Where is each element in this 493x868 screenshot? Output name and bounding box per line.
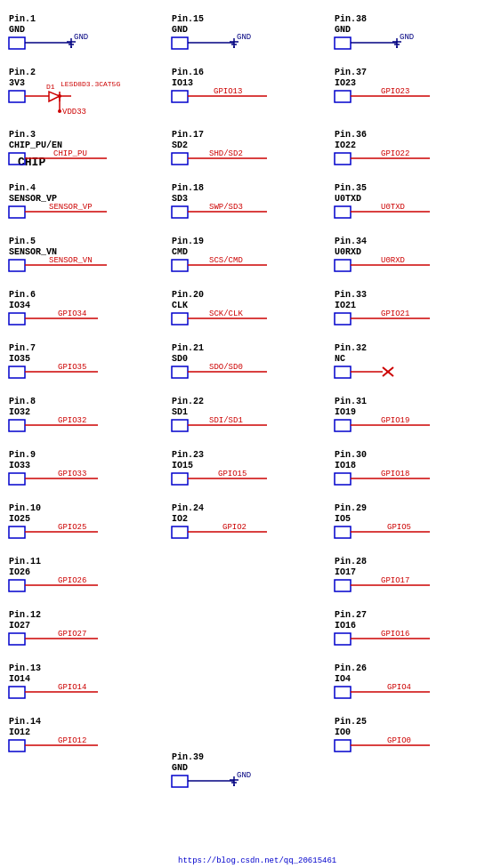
- svg-rect-98: [172, 206, 188, 218]
- svg-text:GPIO15: GPIO15: [218, 470, 246, 478]
- svg-rect-88: [172, 91, 188, 102]
- svg-text:GPIO26: GPIO26: [58, 576, 86, 585]
- svg-text:GPIO4: GPIO4: [387, 683, 411, 692]
- svg-text:IO23: IO23: [335, 78, 356, 88]
- svg-text:GPIO27: GPIO27: [58, 630, 86, 639]
- svg-text:GPIO5: GPIO5: [387, 523, 411, 532]
- svg-text:Pin.5: Pin.5: [9, 237, 36, 246]
- svg-text:GPIO23: GPIO23: [381, 87, 409, 96]
- svg-rect-142: [335, 37, 351, 49]
- svg-text:NC: NC: [335, 354, 345, 364]
- svg-rect-39: [9, 366, 25, 378]
- svg-text:Pin.25: Pin.25: [335, 717, 367, 727]
- svg-text:GPIO32: GPIO32: [58, 416, 86, 425]
- svg-text:Pin.17: Pin.17: [172, 130, 204, 140]
- svg-text:Pin.16: Pin.16: [172, 68, 204, 77]
- svg-rect-49: [9, 473, 25, 485]
- svg-text:Pin.10: Pin.10: [9, 503, 41, 513]
- svg-text:SWP/SD3: SWP/SD3: [209, 203, 243, 212]
- svg-text:U0TXD: U0TXD: [381, 203, 405, 212]
- svg-text:IO22: IO22: [335, 141, 356, 150]
- svg-text:U0TXD: U0TXD: [335, 194, 361, 204]
- svg-text:SDI/SD1: SDI/SD1: [209, 416, 243, 425]
- svg-text:GND: GND: [237, 771, 251, 780]
- svg-rect-192: [335, 526, 351, 538]
- svg-text:IO12: IO12: [9, 727, 30, 737]
- svg-text:Pin.24: Pin.24: [172, 503, 204, 513]
- svg-text:IO5: IO5: [335, 514, 351, 524]
- svg-text:GPIO34: GPIO34: [58, 309, 86, 318]
- svg-rect-202: [335, 633, 351, 645]
- svg-text:IO21: IO21: [335, 301, 356, 310]
- svg-rect-108: [172, 313, 188, 325]
- svg-text:GPIO22: GPIO22: [381, 149, 409, 158]
- svg-text:Pin.4: Pin.4: [9, 183, 36, 193]
- svg-text:CLK: CLK: [172, 301, 188, 310]
- svg-text:Pin.30: Pin.30: [335, 450, 367, 460]
- svg-text:IO2: IO2: [172, 514, 188, 524]
- svg-point-15: [58, 109, 61, 113]
- svg-text:SCK/CLK: SCK/CLK: [209, 309, 243, 318]
- svg-text:GPIO35: GPIO35: [58, 363, 86, 372]
- svg-text:GPIO25: GPIO25: [58, 523, 86, 532]
- svg-rect-123: [172, 473, 188, 485]
- svg-text:Pin.37: Pin.37: [335, 68, 367, 77]
- svg-text:SCS/CMD: SCS/CMD: [209, 256, 243, 265]
- svg-text:IO25: IO25: [9, 514, 30, 524]
- svg-text:Pin.32: Pin.32: [335, 343, 367, 353]
- svg-text:CMD: CMD: [172, 247, 188, 257]
- svg-text:https://blog.csdn.net/qq_20615: https://blog.csdn.net/qq_20615461: [178, 856, 336, 865]
- svg-text:SENSOR_VN: SENSOR_VN: [49, 256, 93, 265]
- svg-text:SHD/SD2: SHD/SD2: [209, 149, 243, 158]
- svg-text:GPIO16: GPIO16: [381, 630, 409, 639]
- svg-text:Pin.19: Pin.19: [172, 237, 204, 246]
- svg-rect-29: [9, 260, 25, 271]
- pin1-name: GND: [9, 25, 25, 35]
- svg-rect-151: [335, 91, 351, 102]
- svg-rect-6: [9, 91, 25, 102]
- svg-text:Pin.22: Pin.22: [172, 397, 204, 406]
- svg-text:U0RXD: U0RXD: [335, 247, 361, 257]
- svg-text:Pin.2: Pin.2: [9, 68, 36, 77]
- svg-text:VDD33: VDD33: [62, 108, 86, 117]
- svg-rect-197: [335, 580, 351, 591]
- svg-text:SD3: SD3: [172, 194, 188, 204]
- svg-text:Pin.18: Pin.18: [172, 183, 204, 193]
- svg-text:Pin.38: Pin.38: [335, 14, 367, 24]
- pin1-box: [9, 37, 25, 49]
- svg-text:Pin.36: Pin.36: [335, 130, 367, 140]
- svg-text:Pin.21: Pin.21: [172, 343, 204, 353]
- svg-text:IO4: IO4: [335, 674, 351, 684]
- svg-rect-54: [9, 526, 25, 538]
- svg-text:GPIO12: GPIO12: [58, 736, 86, 745]
- svg-rect-24: [9, 206, 25, 218]
- svg-text:SD1: SD1: [172, 407, 188, 417]
- svg-text:IO27: IO27: [9, 621, 30, 631]
- svg-text:IO26: IO26: [9, 567, 30, 577]
- svg-text:IO14: IO14: [9, 674, 30, 684]
- svg-text:GPIO17: GPIO17: [381, 576, 409, 585]
- svg-text:SD0: SD0: [172, 354, 188, 364]
- svg-rect-156: [335, 153, 351, 165]
- svg-rect-79: [172, 37, 188, 49]
- svg-rect-207: [335, 687, 351, 698]
- svg-text:Pin.23: Pin.23: [172, 450, 204, 460]
- svg-text:GPIO18: GPIO18: [381, 470, 409, 478]
- svg-text:Pin.13: Pin.13: [9, 663, 41, 673]
- svg-text:GPIO19: GPIO19: [381, 416, 409, 425]
- svg-rect-128: [172, 526, 188, 538]
- svg-text:Pin.3: Pin.3: [9, 130, 36, 140]
- svg-text:GND: GND: [400, 33, 414, 42]
- svg-text:Pin.20: Pin.20: [172, 290, 204, 300]
- svg-rect-64: [9, 633, 25, 645]
- pin1-gnd-text: GND: [74, 33, 88, 42]
- svg-rect-59: [9, 580, 25, 591]
- svg-text:Pin.33: Pin.33: [335, 290, 367, 300]
- svg-text:GND: GND: [237, 33, 251, 42]
- svg-rect-103: [172, 260, 188, 271]
- svg-text:3V3: 3V3: [9, 78, 25, 88]
- svg-text:IO0: IO0: [335, 727, 351, 737]
- svg-text:IO32: IO32: [9, 407, 30, 417]
- svg-text:GPIO14: GPIO14: [58, 683, 86, 692]
- svg-text:Pin.6: Pin.6: [9, 290, 36, 300]
